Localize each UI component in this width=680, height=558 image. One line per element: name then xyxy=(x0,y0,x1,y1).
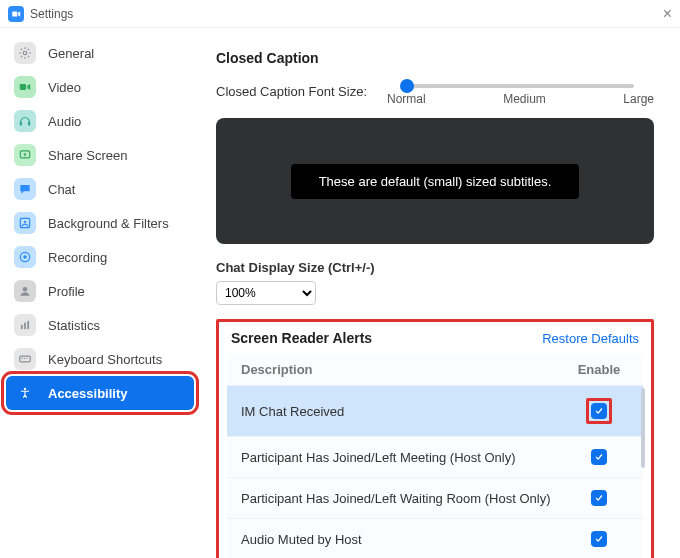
sidebar-item-label: Background & Filters xyxy=(48,216,169,231)
chat-icon xyxy=(14,178,36,200)
rec-icon xyxy=(14,246,36,268)
alert-description: Participant Has Joined/Left Meeting (Hos… xyxy=(241,450,569,465)
enable-checkbox[interactable] xyxy=(591,403,607,419)
sidebar-item-video[interactable]: Video xyxy=(0,70,200,104)
subtitle-preview-text: These are default (small) sized subtitle… xyxy=(291,164,580,199)
scrollbar[interactable] xyxy=(641,388,645,468)
stats-icon xyxy=(14,314,36,336)
svg-rect-3 xyxy=(20,122,22,126)
sidebar: GeneralVideoAudioShare ScreenChatBackgro… xyxy=(0,28,200,558)
sidebar-item-label: Keyboard Shortcuts xyxy=(48,352,162,367)
screen-reader-alerts-panel: Screen Reader Alerts Restore Defaults De… xyxy=(216,319,654,558)
content-pane: Closed Caption Closed Caption Font Size:… xyxy=(200,28,680,558)
svg-rect-15 xyxy=(22,358,23,359)
caption-font-size-slider[interactable]: Normal Medium Large xyxy=(387,76,654,106)
app-icon xyxy=(8,6,24,22)
enable-checkbox[interactable] xyxy=(591,531,607,547)
slider-stop-normal: Normal xyxy=(387,92,426,106)
sidebar-item-label: Video xyxy=(48,80,81,95)
alert-enable-cell xyxy=(569,449,629,465)
bg-icon xyxy=(14,212,36,234)
alerts-col-description: Description xyxy=(241,362,569,377)
sidebar-item-bg[interactable]: Background & Filters xyxy=(0,206,200,240)
svg-rect-12 xyxy=(24,323,26,329)
svg-point-1 xyxy=(23,51,27,55)
chat-display-size-select[interactable]: 100% xyxy=(216,281,316,305)
video-icon xyxy=(14,76,36,98)
titlebar: Settings × xyxy=(0,0,680,28)
alert-description: IM Chat Received xyxy=(241,404,569,419)
sidebar-item-label: Profile xyxy=(48,284,85,299)
svg-rect-11 xyxy=(21,325,23,329)
restore-defaults-link[interactable]: Restore Defaults xyxy=(542,331,639,346)
alert-row[interactable]: IM Chat Received xyxy=(227,386,643,437)
alert-description: Audio Muted by Host xyxy=(241,532,569,547)
slider-thumb[interactable] xyxy=(400,79,414,93)
sidebar-item-recording[interactable]: Recording xyxy=(0,240,200,274)
alert-row[interactable]: Audio Muted by Host xyxy=(227,519,643,558)
enable-checkbox[interactable] xyxy=(591,490,607,506)
profile-icon xyxy=(14,280,36,302)
alert-row[interactable]: Participant Has Joined/Left Meeting (Hos… xyxy=(227,437,643,478)
sidebar-item-profile[interactable]: Profile xyxy=(0,274,200,308)
svg-rect-0 xyxy=(12,11,17,16)
slider-stop-large: Large xyxy=(623,92,654,106)
svg-point-7 xyxy=(24,221,26,223)
gear-icon xyxy=(14,42,36,64)
alert-description: Participant Has Joined/Left Waiting Room… xyxy=(241,491,569,506)
sidebar-item-chat[interactable]: Chat xyxy=(0,172,200,206)
svg-rect-4 xyxy=(28,122,30,126)
slider-stop-medium: Medium xyxy=(503,92,546,106)
sidebar-item-share[interactable]: Share Screen xyxy=(0,138,200,172)
svg-rect-17 xyxy=(26,358,27,359)
alert-enable-cell xyxy=(569,531,629,547)
sidebar-item-keys[interactable]: Keyboard Shortcuts xyxy=(0,342,200,376)
alerts-list: IM Chat ReceivedParticipant Has Joined/L… xyxy=(227,386,643,558)
sidebar-item-label: Audio xyxy=(48,114,81,129)
keys-icon xyxy=(14,348,36,370)
sidebar-item-general[interactable]: General xyxy=(0,36,200,70)
access-icon xyxy=(14,382,36,404)
caption-font-size-label: Closed Caption Font Size: xyxy=(216,84,367,99)
svg-rect-2 xyxy=(20,84,26,90)
enable-checkbox[interactable] xyxy=(591,449,607,465)
svg-rect-16 xyxy=(24,358,25,359)
sidebar-item-label: Chat xyxy=(48,182,75,197)
sidebar-item-label: Share Screen xyxy=(48,148,128,163)
svg-rect-13 xyxy=(27,321,29,329)
alert-enable-cell xyxy=(569,490,629,506)
sidebar-item-label: Recording xyxy=(48,250,107,265)
alert-row[interactable]: Participant Has Joined/Left Waiting Room… xyxy=(227,478,643,519)
audio-icon xyxy=(14,110,36,132)
chat-display-size-label: Chat Display Size (Ctrl+/-) xyxy=(216,260,654,275)
sidebar-item-label: General xyxy=(48,46,94,61)
close-icon[interactable]: × xyxy=(663,6,672,22)
alerts-heading: Screen Reader Alerts xyxy=(231,330,372,346)
sidebar-item-access[interactable]: Accessibility xyxy=(6,376,194,410)
sidebar-item-label: Accessibility xyxy=(48,386,128,401)
svg-point-10 xyxy=(23,287,28,292)
highlight-box xyxy=(586,398,612,424)
closed-caption-heading: Closed Caption xyxy=(216,50,654,66)
sidebar-item-label: Statistics xyxy=(48,318,100,333)
alert-enable-cell xyxy=(569,398,629,424)
alerts-columns: Description Enable xyxy=(227,354,643,386)
alerts-col-enable: Enable xyxy=(569,362,629,377)
svg-point-9 xyxy=(23,255,27,259)
caption-preview: These are default (small) sized subtitle… xyxy=(216,118,654,244)
window-title: Settings xyxy=(30,7,73,21)
sidebar-item-stats[interactable]: Statistics xyxy=(0,308,200,342)
share-icon xyxy=(14,144,36,166)
sidebar-item-audio[interactable]: Audio xyxy=(0,104,200,138)
svg-point-18 xyxy=(24,388,26,390)
